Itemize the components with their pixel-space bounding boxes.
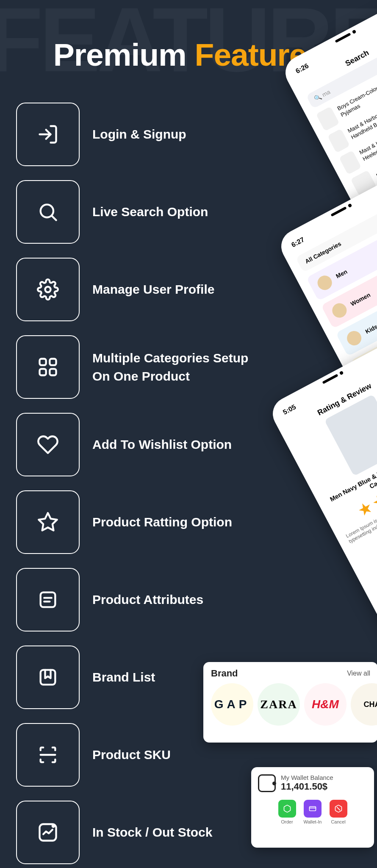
svg-rect-7	[50, 369, 56, 375]
wallet-action-walletin[interactable]: Wallet-In	[304, 800, 322, 824]
list-icon	[16, 568, 80, 632]
grid-icon	[16, 335, 80, 399]
svg-point-3	[45, 287, 51, 292]
wallet-action-cancel[interactable]: Cancel	[330, 800, 347, 824]
feature-label: Login & Signup	[92, 125, 186, 144]
phone-time: 6:26	[294, 62, 310, 75]
svg-rect-16	[310, 807, 316, 811]
wallet-action-label: Cancel	[331, 819, 345, 824]
svg-marker-8	[39, 513, 57, 530]
feature-label: Product Attributes	[92, 590, 203, 609]
feature-label: Product SKU	[92, 746, 171, 764]
feature-attributes: Product Attributes	[16, 568, 377, 632]
svg-line-2	[52, 216, 56, 220]
svg-rect-4	[40, 359, 46, 365]
brand-logo-hm[interactable]: H&M	[304, 683, 347, 726]
login-icon	[16, 103, 80, 166]
svg-rect-5	[50, 359, 56, 365]
chart-icon	[16, 801, 80, 864]
feature-label: Product Ratting Option	[92, 513, 232, 531]
search-icon	[16, 180, 80, 244]
svg-rect-9	[41, 593, 55, 607]
brand-view-all[interactable]: View all	[347, 670, 370, 677]
feature-label: Live Search Option	[92, 203, 208, 221]
heart-icon	[16, 413, 80, 476]
phone-time: 5:05	[282, 403, 297, 416]
brand-card-title: Brand	[211, 668, 238, 679]
wallet-balance: 11,401.50$	[281, 781, 333, 792]
wallet-icon	[258, 774, 276, 792]
wallet-card: My Wallet Balance 11,401.50$ Order Walle…	[251, 767, 374, 848]
gear-icon	[16, 258, 80, 321]
feature-label: Brand List	[92, 668, 155, 687]
wallet-action-order[interactable]: Order	[278, 800, 296, 824]
title-word-1: Premium	[53, 37, 186, 72]
feature-label: Manage User Profile	[92, 280, 214, 299]
brand-card: Brand View all GAP ZARA H&M CHA	[203, 662, 377, 743]
svg-point-15	[53, 825, 54, 827]
phone-time: 6:27	[290, 236, 306, 249]
feature-label: Multiple Categories Setup On One Product	[92, 349, 253, 386]
brand-logo-zara[interactable]: ZARA	[258, 683, 300, 726]
wallet-label: My Wallet Balance	[281, 774, 333, 781]
wallet-action-label: Wallet-In	[304, 819, 322, 824]
svg-rect-6	[40, 369, 46, 375]
brand-logo-gap[interactable]: GAP	[211, 683, 253, 726]
svg-line-18	[337, 807, 340, 810]
bookmark-icon	[16, 645, 80, 709]
barcode-icon	[16, 723, 80, 787]
brand-logo-chanel[interactable]: CHA	[351, 683, 377, 726]
feature-label: In Stock / Out Stock	[92, 823, 212, 842]
star-icon	[16, 490, 80, 554]
feature-label: Add To Wishlist Option	[92, 435, 232, 454]
wallet-action-label: Order	[281, 819, 293, 824]
